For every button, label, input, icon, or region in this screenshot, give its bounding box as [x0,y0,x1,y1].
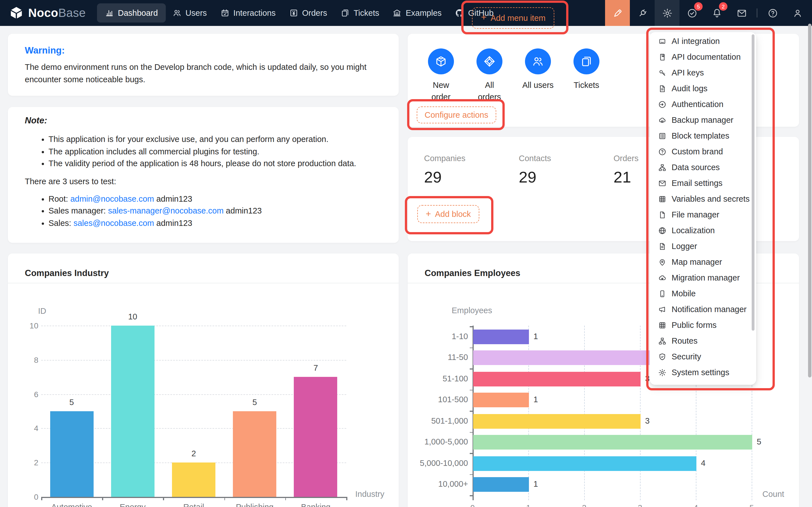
user-password: admin123 [223,206,262,215]
messages-mail-icon [736,8,747,18]
axis-tick [470,369,472,369]
settings-menu-item-mobile[interactable]: Mobile [650,286,756,301]
settings-menu-item-logger[interactable]: Logger [650,238,756,254]
axis-tick [163,497,164,500]
settings-menu-item-localization[interactable]: Localization [650,223,756,238]
x-category-label: Automotive [41,503,102,507]
bar-value-label: 7 [294,363,338,372]
user-email-link[interactable]: admin@nocobase.com [70,194,154,203]
settings-menu-item-variables-and-secrets[interactable]: Variables and secrets [650,191,756,207]
settings-menu-item-system-settings[interactable]: System settings [650,364,756,380]
plugin-button[interactable] [630,0,655,26]
settings-gear-button[interactable] [655,0,679,26]
menu-item-label: Security [672,352,701,361]
nav-item-orders[interactable]: Orders [283,3,334,22]
settings-menu-item-data-sources[interactable]: Data sources [650,159,756,175]
settings-menu-item-migration-manager[interactable]: Migration manager [650,270,756,286]
settings-menu-item-authentication[interactable]: Authentication [650,96,756,112]
settings-menu-item-map-manager[interactable]: Map manager [650,254,756,270]
nocobase-logo[interactable]: NocoBase [0,6,86,20]
bar-value-label: 3 [645,416,650,425]
y-tick-label: 4 [16,424,38,433]
settings-menu-item-api-documentation[interactable]: API documentation [650,49,756,65]
messages-mail-button[interactable] [729,0,754,26]
menu-item-label: Map manager [672,258,722,267]
shortcut-label: All orders [475,79,504,103]
nav-item-interactions[interactable]: Interactions [214,3,283,22]
notifications-bell-button[interactable]: 2 [704,0,729,26]
shortcut-tickets[interactable]: Tickets [562,44,611,103]
dropdown-scrollbar[interactable] [752,34,755,331]
page-scrollbar[interactable] [808,24,811,378]
settings-menu-item-file-manager[interactable]: File manager [650,207,756,223]
plus-icon: + [426,209,431,219]
menu-item-label: Block templates [672,131,729,140]
settings-menu-item-ai-integration[interactable]: AI integration [650,33,756,49]
user-email-link[interactable]: sales-manager@nocobase.com [108,206,223,215]
settings-menu-item-custom-brand[interactable]: Custom brand [650,144,756,159]
x-tick-label: 2 [573,503,596,507]
settings-menu-item-audit-logs[interactable]: Audit logs [650,80,756,96]
note-bullet: The validity period of the application i… [25,158,382,170]
menu-item-label: Theme editor [672,384,720,385]
shortcut-all-orders[interactable]: All orders [465,44,514,103]
shortcut-circle [428,48,454,74]
test-user-item: Root: admin@nocobase.com admin123 [25,193,382,205]
x-tick-label: 1 [517,503,540,507]
menu-item-label: AI integration [672,37,720,46]
menu-item-label: Public forms [672,321,717,330]
menu-item-label: Audit logs [672,84,707,93]
system-settings-icon [658,368,666,377]
x-axis-title: Count [762,490,784,499]
bar-publishing [233,411,276,497]
menu-item-label: API documentation [672,52,741,61]
configure-actions-button[interactable]: Configure actions [417,107,496,123]
nav-item-dashboard[interactable]: Dashboard [97,3,166,22]
shortcut-label: New order [426,79,456,103]
settings-menu-item-public-forms[interactable]: Public forms [650,317,756,333]
axis-tick [470,474,472,475]
menu-item-label: Localization [672,226,715,235]
profile-user-button[interactable] [785,0,810,26]
user-role-label: Sales: [49,218,73,227]
menu-item-label: Authentication [672,100,723,109]
nav-item-label: Dashboard [118,8,158,17]
test-user-item: Sales: sales@nocobase.com admin123 [25,217,382,229]
nav-item-examples[interactable]: Examples [386,3,448,22]
bar-1-10 [473,330,529,344]
settings-menu-item-backup-manager[interactable]: Backup manager [650,112,756,128]
settings-menu-item-theme-editor[interactable]: Theme editor [650,380,756,385]
all-orders-cube-icon [483,55,496,68]
axis-tick [470,326,472,327]
note-title: Note: [25,115,382,126]
tasks-check-button[interactable]: 5 [679,0,704,26]
stat-contacts: Contacts29 [519,154,551,186]
settings-menu-item-email-settings[interactable]: Email settings [650,175,756,191]
user-password: admin123 [154,194,192,203]
bar-automotive [50,411,93,497]
new-order-box-icon [435,55,447,68]
add-block-button[interactable]: + Add block [417,205,479,223]
x-category-label: Retail [163,503,224,507]
shortcut-new-order[interactable]: New order [417,44,465,103]
settings-menu-item-security[interactable]: Security [650,349,756,364]
nav-item-tickets[interactable]: Tickets [334,3,386,22]
x-tick-label: 0 [461,503,484,507]
y-category-label: 1-10 [408,332,468,341]
user-email-link[interactable]: sales@nocobase.com [73,218,154,227]
shortcut-circle [525,48,551,74]
nav-item-users[interactable]: Users [166,3,214,22]
add-menu-item-button[interactable]: + Add menu item [472,7,555,29]
settings-menu-item-notification-manager[interactable]: Notification manager [650,301,756,317]
help-button[interactable] [760,0,785,26]
profile-user-icon [792,8,803,18]
shortcut-all-users[interactable]: All users [514,44,562,103]
ui-editor-pen-button[interactable] [605,0,630,26]
bar-value-label: 5 [50,398,93,407]
security-icon [658,352,666,361]
settings-menu-item-block-templates[interactable]: Block templates [650,128,756,144]
settings-menu-item-api-keys[interactable]: API keys [650,65,756,80]
y-tick-label: 8 [16,355,38,364]
nav-item-label: Orders [302,8,327,17]
settings-menu-item-routes[interactable]: Routes [650,333,756,349]
